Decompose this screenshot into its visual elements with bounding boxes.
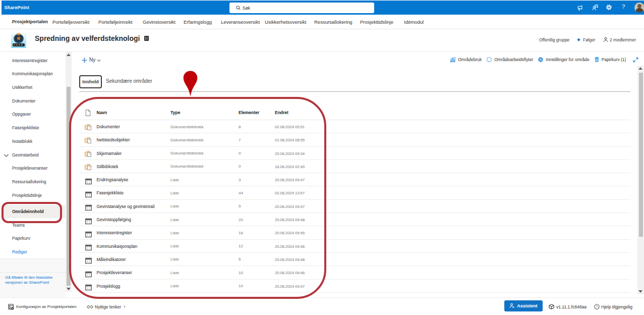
svg-text:?: ? <box>596 305 598 308</box>
